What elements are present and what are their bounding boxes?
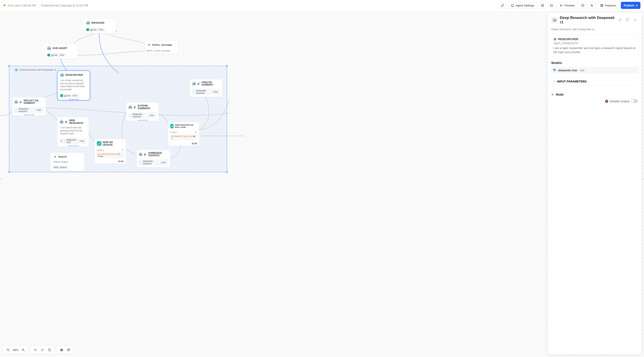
env-icon-button[interactable] — [548, 2, 555, 9]
node-title: WHETHER REACH MAX LOOP — [175, 124, 197, 128]
grid-icon — [600, 4, 604, 7]
autosave-status-dot — [4, 5, 5, 6]
output-ports — [58, 99, 90, 100]
node-title: SUMMARIZE SOURCES — [148, 152, 168, 157]
model-icon — [15, 109, 17, 111]
speaker-icon: 🔊 — [134, 106, 136, 109]
resize-handle[interactable] — [8, 65, 10, 67]
resize-handle[interactable] — [226, 171, 228, 173]
close-icon[interactable] — [632, 18, 638, 22]
refresh-icon[interactable] — [625, 18, 630, 22]
mode-badge: Chat — [78, 140, 85, 142]
svg-rect-0 — [511, 4, 514, 6]
zoom-out-button[interactable] — [5, 346, 11, 353]
case-label: CASE 1 — [97, 149, 104, 151]
resize-handle[interactable] — [226, 65, 228, 67]
deepseek-icon: 🐬 — [553, 69, 556, 72]
node-section-label: Node — [556, 93, 564, 96]
output-ports — [126, 120, 158, 121]
reset-history-button[interactable] — [46, 346, 53, 353]
add-node-button[interactable] — [58, 346, 65, 353]
node-manager[interactable]: 🤖MANAGER gpt-4oChat — [84, 19, 116, 34]
model-name: deepseek-reasoner — [132, 113, 148, 118]
sliders-icon-button[interactable] — [588, 2, 596, 9]
robot-icon — [553, 38, 557, 41]
input-parameters-section[interactable]: ⌄ INPUT PARAMETERS — [550, 77, 639, 86]
export-icon-button[interactable] — [539, 2, 546, 9]
link-icon[interactable] — [617, 18, 622, 22]
node-search-tool[interactable]: ✦Search Search engine tavily_search — [51, 153, 84, 171]
robot-icon: 🤖 — [14, 100, 18, 104]
node-title: SUB AGENT — [52, 47, 67, 50]
robot-icon: 🤖 — [47, 46, 51, 50]
condition-variable: research_loop_count — [174, 135, 193, 137]
mode-badge: Chat — [58, 54, 65, 56]
node-new-or-update[interactable]: ⎇NEW OR UPDATE CASE 1IF {x} running_summ… — [95, 139, 126, 164]
node-researcher[interactable]: 🤖RESEARCHER I am a topic researcher and … — [58, 71, 90, 100]
svg-rect-7 — [602, 4, 603, 5]
node-sub-agent[interactable]: 🤖SUB AGENT gpt-4oChat — [44, 44, 78, 59]
robot-icon: 🤖 — [86, 21, 90, 25]
left-panel-grip[interactable]: ◂ — [0, 174, 1, 183]
model-name: gpt-4o — [51, 54, 58, 56]
model-icon — [63, 140, 65, 142]
node-feishu-message[interactable]: ✈feishu_message feishu_create_message — [145, 41, 178, 54]
resize-handle[interactable] — [8, 171, 10, 173]
model-icon — [60, 94, 63, 97]
node-max-loop[interactable]: ⎇WHETHER REACH MAX LOOP CASE 1IF {x} res… — [168, 122, 199, 146]
node-finalize-summary[interactable]: 🤖🔊FINALIZE SUMMARY deepseek-reasonerChat — [190, 79, 222, 97]
speaker-icon: 🔊 — [19, 101, 22, 103]
agent-info-card: RESEARCHER Agent_Xk4NlyGEOX I am a topic… — [550, 35, 639, 57]
model-icon — [86, 28, 89, 31]
link-icon-button[interactable] — [499, 2, 506, 9]
card-title: RESEARCHER — [558, 38, 578, 41]
panel-title: Deep Research with Deepseek r1 — [560, 16, 615, 25]
model-name: deepseek-reasoner — [143, 160, 159, 165]
if-label: IF — [195, 131, 197, 134]
redo-button[interactable] — [39, 346, 46, 353]
publish-label: Publish — [624, 4, 634, 7]
svg-rect-9 — [602, 6, 603, 7]
model-icon — [48, 54, 50, 56]
workflow-canvas[interactable]: 🐳 Deep Research with Deepseek r1 🤖MANAGE… — [0, 11, 644, 357]
node-title: MANAGER — [92, 22, 104, 24]
preview-button[interactable]: Preview — [557, 2, 578, 9]
undo-button[interactable] — [32, 346, 38, 353]
node-summarize-sources[interactable]: 🤖🔊SUMMARIZE SOURCES deepseek-reasonerCha… — [137, 150, 170, 167]
node-title: feishu_message — [152, 44, 172, 46]
svg-rect-2 — [550, 5, 553, 6]
mode-badge: Chat — [212, 91, 219, 93]
model-icon — [129, 114, 131, 117]
feishu-icon: ✈ — [147, 43, 151, 47]
mode-badge: Chat — [148, 114, 155, 117]
svg-point-12 — [555, 39, 556, 40]
agent-settings-label: Agent Settings — [516, 4, 534, 7]
node-title: NEW OR UPDATE — [103, 141, 124, 146]
speaker-icon: 🔊 — [144, 153, 147, 156]
models-section-label: Models — [548, 60, 641, 66]
mode-badge: Chat — [36, 109, 42, 111]
node-title: Search — [58, 155, 67, 158]
node-extend-summary[interactable]: 🤖🔊EXTEND SUMMARY deepseek-reasonerChat — [126, 103, 158, 121]
node-web-research[interactable]: 🤖🔊WEB RESEARCH I can search web and gene… — [58, 117, 89, 147]
model-name: gpt-4o — [64, 95, 70, 97]
model-row[interactable]: 🐬 deepseek-chat Chat — [550, 67, 639, 74]
right-panel-grip[interactable]: ▸ — [643, 174, 644, 183]
panel-subtitle: Deep Research with Deepseek r1. — [548, 28, 641, 34]
node-reflect-on-summary[interactable]: 🤖🔊REFLECT ON SUMMARY deepseek-reasonerCh… — [12, 98, 46, 116]
model-name: deepseek-reasoner — [18, 108, 34, 113]
speaker-muted-icon: 🔇 — [605, 100, 608, 103]
preview-label: Preview — [564, 4, 574, 7]
zoom-in-button[interactable] — [20, 346, 26, 353]
disable-output-toggle[interactable] — [631, 99, 638, 103]
agent-settings-button[interactable]: Agent Settings — [508, 2, 537, 9]
history-icon-button[interactable] — [580, 2, 586, 9]
publish-button[interactable]: Publish ▾ — [621, 2, 640, 9]
node-title: FINALIZE SUMMARY — [202, 81, 220, 86]
layout-button[interactable] — [65, 346, 72, 353]
features-button[interactable]: Features — [597, 2, 619, 9]
robot-icon: 🤖 — [60, 73, 64, 77]
chevron-down-icon: ▾ — [636, 4, 638, 7]
model-name: gpt-4o — [90, 29, 96, 31]
zoom-percent: 46% — [12, 348, 19, 352]
